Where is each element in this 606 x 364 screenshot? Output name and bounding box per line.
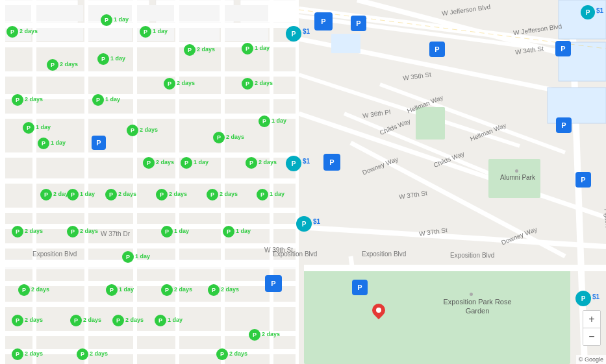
zoom-in-button[interactable]: +: [583, 311, 600, 328]
parking-label-25: 1 day: [270, 191, 284, 197]
svg-rect-9: [0, 114, 299, 119]
parking-icon-37[interactable]: P: [70, 315, 82, 326]
parking-blue-10[interactable]: P: [556, 117, 572, 133]
parking-icon-30[interactable]: P: [122, 251, 134, 263]
parking-icon-12[interactable]: P: [23, 122, 34, 134]
dollar-label-2: $1: [303, 158, 310, 165]
parking-icon-36[interactable]: P: [12, 315, 23, 326]
parking-icon-25[interactable]: P: [257, 189, 268, 200]
road-label-exposition-left: Exposition Blvd: [32, 250, 77, 258]
parking-label-17: 2 days: [156, 159, 174, 165]
svg-rect-27: [270, 0, 273, 364]
parking-icon-3[interactable]: P: [140, 26, 151, 38]
svg-rect-58: [559, 0, 606, 39]
svg-rect-57: [331, 34, 360, 53]
parking-icon-7[interactable]: P: [97, 53, 109, 65]
parking-icon-41[interactable]: P: [77, 348, 88, 360]
parking-blue-4[interactable]: P: [429, 42, 445, 57]
dollar-label-1: $1: [303, 28, 310, 35]
parking-icon-31[interactable]: P: [18, 284, 30, 296]
parking-icon-1[interactable]: P: [6, 26, 18, 38]
parking-icon-26[interactable]: P: [12, 226, 23, 237]
parking-label-39: 1 day: [168, 317, 183, 323]
parking-icon-9[interactable]: P: [242, 78, 253, 90]
map-attribution: © Google: [576, 355, 606, 364]
parking-label-31: 2 days: [31, 286, 49, 293]
location-pin[interactable]: [371, 304, 386, 319]
parking-icon-38[interactable]: P: [112, 315, 124, 326]
parking-icon-23[interactable]: P: [156, 189, 168, 200]
parking-label-1: 2 days: [19, 28, 38, 34]
parking-icon-17[interactable]: P: [143, 157, 155, 169]
zoom-controls: + −: [583, 310, 601, 346]
parking-icon-20[interactable]: P: [40, 189, 52, 200]
parking-icon-39[interactable]: P: [155, 315, 166, 326]
parking-icon-32[interactable]: P: [106, 284, 118, 296]
svg-rect-8: [0, 94, 299, 99]
parking-label-41: 2 days: [90, 350, 108, 357]
parking-icon-2[interactable]: P: [101, 14, 112, 26]
parking-icon-21[interactable]: P: [67, 189, 79, 200]
parking-icon-14[interactable]: P: [213, 132, 225, 143]
parking-blue-2[interactable]: P: [314, 12, 333, 30]
parking-teal-3[interactable]: P: [296, 216, 312, 232]
parking-label-3: 1 day: [153, 28, 168, 34]
parking-icon-27[interactable]: P: [67, 226, 79, 237]
parking-icon-29[interactable]: P: [223, 226, 234, 237]
parking-label-6: 2 days: [60, 61, 78, 67]
parking-blue-1[interactable]: P: [92, 136, 106, 150]
svg-rect-25: [175, 0, 179, 364]
parking-icon-24[interactable]: P: [207, 189, 218, 200]
parking-icon-11[interactable]: P: [92, 94, 104, 106]
parking-icon-42[interactable]: P: [216, 348, 228, 360]
parking-label-2: 1 day: [114, 16, 129, 23]
parking-icon-16[interactable]: P: [38, 138, 49, 149]
parking-icon-10[interactable]: P: [12, 94, 23, 106]
parking-icon-28[interactable]: P: [161, 226, 173, 237]
parking-teal-1[interactable]: P: [286, 26, 301, 42]
parking-icon-35[interactable]: P: [249, 329, 260, 341]
parking-blue-6[interactable]: P: [323, 154, 340, 171]
parking-label-14: 2 days: [226, 134, 244, 140]
parking-teal-2[interactable]: P: [286, 156, 301, 171]
parking-icon-4[interactable]: P: [184, 44, 196, 56]
dollar-label-5: $1: [596, 7, 603, 14]
parking-blue-9[interactable]: P: [352, 280, 368, 295]
svg-rect-23: [84, 0, 88, 364]
svg-rect-26: [221, 0, 225, 364]
svg-rect-20: [0, 349, 299, 354]
parking-icon-22[interactable]: P: [105, 189, 117, 200]
parking-icon-33[interactable]: P: [161, 284, 173, 296]
svg-rect-7: [0, 71, 299, 77]
parking-label-13: 2 days: [140, 127, 158, 133]
parking-label-27: 2 days: [80, 228, 98, 234]
parking-icon-13[interactable]: P: [127, 125, 138, 136]
parking-icon-6[interactable]: P: [47, 59, 58, 71]
parking-label-15: 1 day: [271, 117, 286, 124]
parking-label-38: 2 days: [125, 317, 144, 323]
parking-blue-8[interactable]: P: [265, 275, 282, 292]
parking-icon-19[interactable]: P: [246, 157, 257, 169]
parking-icon-5[interactable]: P: [242, 43, 253, 55]
parking-blue-3[interactable]: P: [351, 16, 366, 31]
parking-teal-4[interactable]: P: [575, 291, 591, 306]
svg-rect-13: [0, 224, 299, 229]
parking-label-35: 2 days: [262, 331, 280, 337]
dollar-label-3: $1: [313, 218, 320, 225]
parking-icon-34[interactable]: P: [208, 284, 220, 296]
parking-icon-18[interactable]: P: [181, 157, 192, 169]
svg-rect-18: [0, 302, 299, 307]
parking-label-22: 2 days: [118, 191, 136, 197]
parking-teal-5[interactable]: P: [581, 5, 595, 19]
parking-blue-5[interactable]: P: [555, 41, 571, 56]
dollar-label-4: $1: [592, 293, 600, 300]
parking-blue-7[interactable]: P: [575, 172, 591, 188]
svg-rect-12: [0, 208, 299, 213]
parking-icon-40[interactable]: P: [12, 348, 23, 360]
svg-rect-56: [416, 107, 445, 140]
parking-icon-15[interactable]: P: [259, 115, 270, 127]
parking-icon-8[interactable]: P: [164, 78, 175, 90]
zoom-out-button[interactable]: −: [583, 328, 600, 345]
road-label-w37dr: W 37th Dr: [101, 230, 130, 237]
parking-label-9: 2 days: [255, 80, 273, 86]
